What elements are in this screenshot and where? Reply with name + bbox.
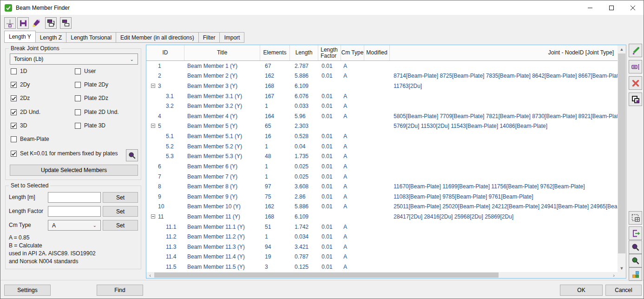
cell-length: 1.735 <box>290 153 318 159</box>
table-row[interactable]: 11.4 Beam Member 11.4 (Y) 19 0.787 0.01 … <box>146 252 618 262</box>
table-row[interactable]: 11.5 Beam Member 11.5 (Y) 3 0.125 0.01 A <box>146 262 618 272</box>
set-cm-type-button[interactable]: Set <box>103 220 138 231</box>
cell-cm-type: A <box>341 233 364 240</box>
rename-member-button[interactable] <box>629 60 642 73</box>
view-3d-button[interactable] <box>629 267 642 281</box>
horizontal-scroll-thumb[interactable] <box>154 272 499 278</box>
clear-button[interactable] <box>30 17 42 29</box>
tab-import[interactable]: Import <box>220 32 244 43</box>
checkbox-plate-2dz[interactable]: Plate 2Dz <box>75 95 137 109</box>
set-length-factor-button[interactable]: Set <box>103 206 138 217</box>
close-button[interactable] <box>622 0 644 15</box>
table-row[interactable]: 11.3 Beam Member 11.3 (Y) 94 3.421 0.01 … <box>146 242 618 252</box>
column-header-length[interactable]: Length <box>290 45 318 60</box>
column-header-title[interactable]: Title <box>184 45 260 60</box>
table-row[interactable]: 9 Beam Member 9 (Y) 75 2.86 0.01 A 11083… <box>146 192 618 202</box>
column-header-length-factor[interactable]: Length Factor <box>318 45 341 60</box>
cell-id: 5.1 <box>146 133 174 140</box>
scroll-up-icon[interactable]: ▲ <box>618 45 626 53</box>
select-cells-button[interactable] <box>629 211 642 225</box>
find-button[interactable]: Find <box>97 285 143 296</box>
add-member-button[interactable] <box>629 93 642 106</box>
table-row[interactable]: 5.2 Beam Member 5.2 (Y) 1 0.04 0.01 A <box>146 141 618 152</box>
torsion-select[interactable]: Torsion (Lb) ⌄ <box>10 53 138 65</box>
ok-button[interactable]: OK <box>560 285 603 296</box>
vertical-scroll-thumb[interactable] <box>618 53 625 253</box>
set-k-find-button[interactable] <box>126 149 138 161</box>
column-header-joint[interactable]: Joint - NodeID [Joint Type] <box>390 45 618 60</box>
table-row[interactable]: 10 Beam Member 10 (Y) 162 5.886 0.01 A 2… <box>146 202 618 212</box>
table-row[interactable]: 11.1 Beam Member 11.1 (Y) 51 1.742 0.01 … <box>146 222 618 232</box>
column-header-cm-type[interactable]: Cm Type <box>341 45 364 60</box>
table-row[interactable]: 8 Beam Member 8 (Y) 97 3.608 0.01 A 1167… <box>146 181 618 192</box>
checkbox-plate-2dy[interactable]: Plate 2Dy <box>75 82 137 95</box>
update-selected-members-button[interactable]: Update Selected Members <box>10 165 138 176</box>
tab-length-y[interactable]: Length Y <box>4 31 36 43</box>
cancel-button[interactable]: Cancel <box>605 285 642 296</box>
collapse-expander-icon[interactable] <box>151 214 155 219</box>
copy-settings-button[interactable] <box>45 17 57 29</box>
find-green-button[interactable] <box>629 254 642 267</box>
cell-cm-type: A <box>341 163 364 170</box>
minimize-button[interactable] <box>579 0 601 15</box>
table-row[interactable]: 3.1 Beam Member 3.1 (Y) 167 6.076 0.01 A <box>146 91 618 101</box>
table-row[interactable]: 2 Beam Member 2 (Y) 162 5.886 0.01 A 871… <box>146 71 618 81</box>
delete-member-button[interactable] <box>629 76 642 90</box>
checkbox-user[interactable]: User <box>75 68 137 82</box>
scroll-down-icon[interactable]: ▼ <box>618 264 626 272</box>
tab-length-z[interactable]: Length Z <box>36 32 66 43</box>
tab-length-torsional[interactable]: Length Torsional <box>66 32 116 43</box>
table-row[interactable]: 6 Beam Member 6 (Y) 1 0.025 0.01 A <box>146 161 618 172</box>
find-purple-button[interactable] <box>629 240 642 254</box>
column-header-elements[interactable]: Elements <box>260 45 290 60</box>
cell-length-factor: 0.01 <box>318 173 341 180</box>
edit-member-button[interactable] <box>629 44 642 57</box>
table-row[interactable]: 3.2 Beam Member 3.2 (Y) 1 0.033 0.01 A <box>146 101 618 111</box>
table-row[interactable]: 3 Beam Member 3 (Y) 168 6.109 11763[2Du] <box>146 81 618 91</box>
collapse-expander-icon[interactable] <box>151 84 155 88</box>
column-header-modified[interactable]: Modified <box>364 45 390 60</box>
checkbox-plate-2d-und[interactable]: Plate 2D Und. <box>75 109 137 123</box>
cell-cm-type: A <box>341 153 364 159</box>
table-row[interactable]: 11.2 Beam Member 11.2 (Y) 1 0.034 0.01 A <box>146 232 618 242</box>
horizontal-scrollbar[interactable]: ‹ › <box>146 272 618 278</box>
tab-edit-member-in-all-directions[interactable]: Edit Member (in all directions) <box>116 32 199 43</box>
cell-cm-type: A <box>341 244 364 250</box>
cm-type-select[interactable]: A ⌄ <box>48 220 101 231</box>
set-length-button[interactable]: Set <box>103 192 138 203</box>
cell-cm-type: A <box>341 93 364 100</box>
length-factor-input[interactable] <box>48 206 101 217</box>
cell-title: Beam Member 11.3 (Y) <box>184 244 260 250</box>
beam-member-button[interactable] <box>17 17 29 29</box>
table-row[interactable]: 7 Beam Member 7 (Y) 1 0.025 0.01 A <box>146 172 618 182</box>
table-row[interactable]: 5.3 Beam Member 5.3 (Y) 48 1.735 0.01 A <box>146 151 618 161</box>
checkbox-beam-plate[interactable]: Beam-Plate <box>11 136 75 150</box>
collapse-expander-icon[interactable] <box>151 124 155 128</box>
checkbox-2dy[interactable]: 2Dy <box>11 82 75 95</box>
checkbox-2d-und[interactable]: 2D Und. <box>11 109 75 123</box>
table-row[interactable]: 5.1 Beam Member 5.1 (Y) 16 0.528 0.01 A <box>146 131 618 141</box>
checkbox-set-k[interactable]: Set K=0.01 for members fixed by plates <box>11 151 122 157</box>
export-member-button[interactable] <box>629 226 642 240</box>
checkbox-1d[interactable]: 1D <box>11 68 75 82</box>
column-header-id[interactable]: ID <box>146 45 184 60</box>
table-row[interactable]: 11 Beam Member 11 (Y) 168 6.109 28417[2D… <box>146 212 618 222</box>
note-b: B = Calculate <box>9 242 42 249</box>
cell-length-factor: 0.01 <box>318 264 341 270</box>
copy-single-button[interactable] <box>60 17 72 29</box>
maximize-button[interactable] <box>601 0 622 15</box>
table-row[interactable]: 1 Beam Member 1 (Y) 67 2.787 0.01 A <box>146 61 618 71</box>
table-row[interactable]: 4 Beam Member 4 (Y) 164 5.96 0.01 A 5805… <box>146 111 618 121</box>
checkbox-2dz[interactable]: 2Dz <box>11 95 75 109</box>
cell-id: 3.2 <box>146 103 174 109</box>
checkbox-3d[interactable]: 3D <box>11 123 75 136</box>
settings-button[interactable]: Settings <box>4 285 51 296</box>
table-row[interactable]: 5 Beam Member 5 (Y) 65 2.303 5769[2Du] 1… <box>146 121 618 132</box>
joint-node-button[interactable] <box>4 17 16 29</box>
scroll-right-icon[interactable]: › <box>610 272 618 278</box>
length-input[interactable] <box>48 192 101 203</box>
checkbox-plate-3d[interactable]: Plate 3D <box>75 123 137 136</box>
tab-filter[interactable]: Filter <box>199 32 220 43</box>
vertical-scrollbar[interactable]: ▲ ▼ <box>618 45 626 272</box>
scroll-left-icon[interactable]: ‹ <box>146 272 154 278</box>
